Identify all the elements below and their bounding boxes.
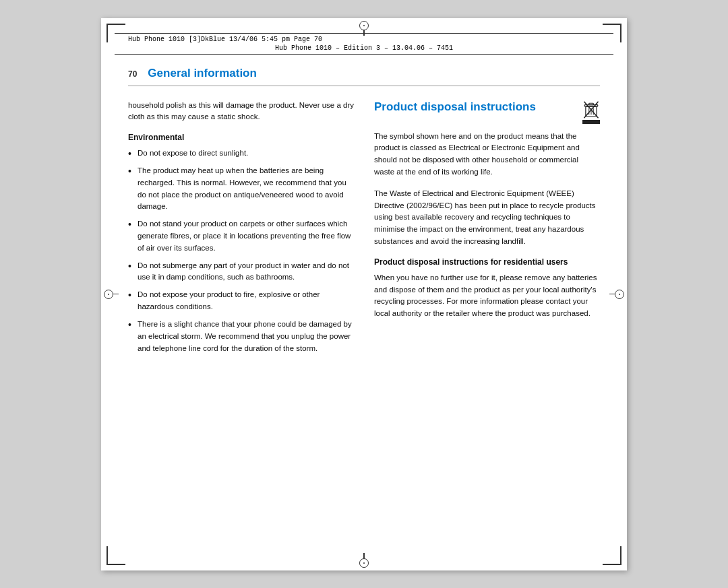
header-line2: Hub Phone 1010 – Edition 3 – 13.04.06 – …	[128, 44, 600, 53]
right-para2: The Waste of Electrical and Electronic E…	[374, 188, 600, 248]
corner-mark-tl	[107, 24, 125, 42]
list-item: Do not submerge any part of your product…	[128, 260, 354, 284]
page-header: 70 General information	[128, 67, 600, 80]
list-item: Do not expose your product to fire, expl…	[128, 289, 354, 313]
header-bar: Hub Phone 1010 [3]DkBlue 13/4/06 5:45 pm…	[115, 33, 613, 55]
corner-mark-tr	[603, 24, 621, 42]
right-subheading: Product disposal instructions for reside…	[374, 257, 600, 267]
list-item: The product may heat up when the batteri…	[128, 165, 354, 213]
content-area: 70 General information household polish …	[101, 55, 627, 387]
list-item: Do not stand your product on carpets or …	[128, 218, 354, 254]
weee-icon	[582, 101, 600, 124]
divider	[128, 86, 600, 86]
list-item: Do not expose to direct sunlight.	[128, 148, 354, 160]
page-number: 70	[128, 69, 137, 79]
corner-mark-bl	[107, 546, 125, 565]
reg-mark-right	[609, 290, 624, 299]
black-bar-icon	[582, 120, 600, 124]
right-section-title: Product disposal instructions	[374, 100, 577, 114]
reg-mark-bottom	[359, 553, 369, 568]
two-column-layout: household polish as this will damage the…	[128, 100, 600, 360]
right-para3: When you have no further use for it, ple…	[374, 272, 600, 320]
list-item: There is a slight chance that your phone…	[128, 319, 354, 354]
left-column: household polish as this will damage the…	[128, 100, 354, 360]
bullet-list: Do not expose to direct sunlight. The pr…	[128, 148, 354, 354]
header-line1: Hub Phone 1010 [3]DkBlue 13/4/06 5:45 pm…	[128, 35, 600, 44]
page-title: General information	[148, 67, 257, 80]
reg-mark-top	[359, 21, 369, 36]
intro-text: household polish as this will damage the…	[128, 100, 354, 124]
right-column: Product disposal instructions	[374, 100, 600, 360]
environmental-heading: Environmental	[128, 133, 354, 142]
reg-mark-left	[104, 290, 119, 299]
right-title-row: Product disposal instructions	[374, 100, 600, 124]
svg-rect-2	[589, 103, 594, 104]
right-para1: The symbol shown here and on the product…	[374, 131, 600, 178]
weee-bin-icon	[583, 101, 599, 119]
page: Hub Phone 1010 [3]DkBlue 13/4/06 5:45 pm…	[101, 18, 627, 570]
corner-mark-br	[603, 546, 621, 565]
